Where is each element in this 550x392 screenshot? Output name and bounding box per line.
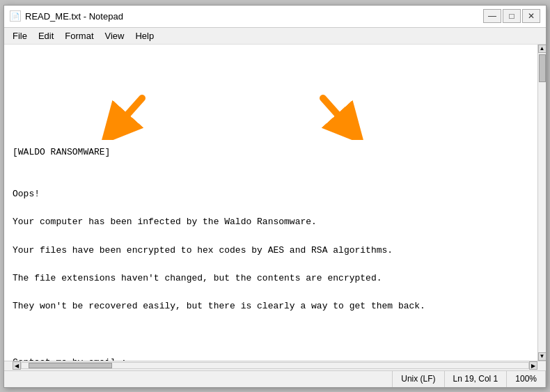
status-position: Ln 19, Col 1: [445, 371, 508, 387]
scroll-left-arrow[interactable]: ◀: [13, 361, 21, 370]
scroll-h-track: [21, 362, 529, 369]
line-infected: Your computer has been infected by the W…: [13, 217, 317, 227]
status-encoding: Unix (LF): [393, 371, 444, 387]
text-content: [WALDO RANSOMWARE] Oops! Your computer h…: [13, 132, 537, 361]
heading-line: [WALDO RANSOMWARE]: [13, 147, 110, 157]
app-icon-symbol: 📄: [11, 13, 19, 20]
line-recovered: They won't be recovered easily, but ther…: [13, 301, 425, 311]
content-area: [WALDO RANSOMWARE] Oops! Your computer h…: [4, 45, 546, 387]
status-empty: [4, 371, 393, 387]
line-extensions: The file extensions haven't changed, but…: [13, 273, 382, 283]
scroll-down-arrow[interactable]: ▼: [538, 352, 547, 361]
status-bar: Unix (LF) Ln 19, Col 1 100%: [4, 370, 546, 387]
svg-line-1: [323, 98, 351, 130]
minimize-button[interactable]: —: [483, 9, 501, 23]
svg-line-0: [114, 98, 142, 130]
scroll-right-arrow[interactable]: ▶: [529, 361, 537, 370]
menu-view[interactable]: View: [100, 29, 130, 42]
maximize-button[interactable]: □: [503, 9, 521, 23]
menu-format[interactable]: Format: [59, 29, 99, 42]
app-icon: 📄: [10, 10, 21, 22]
window-title: READ_ME.txt - Notepad: [25, 11, 123, 22]
status-zoom: 100%: [507, 371, 546, 387]
notepad-content[interactable]: [WALDO RANSOMWARE] Oops! Your computer h…: [4, 45, 546, 361]
title-bar: 📄 READ_ME.txt - Notepad — □ ✕: [4, 6, 546, 28]
horizontal-scrollbar[interactable]: ◀ ▶: [4, 361, 546, 370]
menu-help[interactable]: Help: [129, 29, 159, 42]
line-contact-label: Contact me by email :: [13, 357, 127, 361]
vertical-scrollbar[interactable]: ▲ ▼: [537, 45, 546, 361]
menu-edit[interactable]: Edit: [33, 29, 59, 42]
scroll-up-arrow[interactable]: ▲: [538, 45, 547, 53]
window-controls: — □ ✕: [483, 9, 540, 23]
menu-bar: File Edit Format View Help: [4, 28, 546, 45]
close-button[interactable]: ✕: [522, 9, 540, 23]
line-oops: Oops!: [13, 189, 40, 199]
scroll-thumb[interactable]: [539, 54, 546, 82]
line-encrypted: Your files have been encrypted to hex co…: [13, 245, 393, 256]
scroll-h-thumb[interactable]: [29, 363, 112, 368]
notepad-window: 📄 READ_ME.txt - Notepad — □ ✕ File Edit …: [3, 5, 547, 388]
text-area-wrapper: [WALDO RANSOMWARE] Oops! Your computer h…: [4, 45, 546, 361]
menu-file[interactable]: File: [7, 29, 33, 42]
title-bar-left: 📄 READ_ME.txt - Notepad: [10, 10, 123, 22]
